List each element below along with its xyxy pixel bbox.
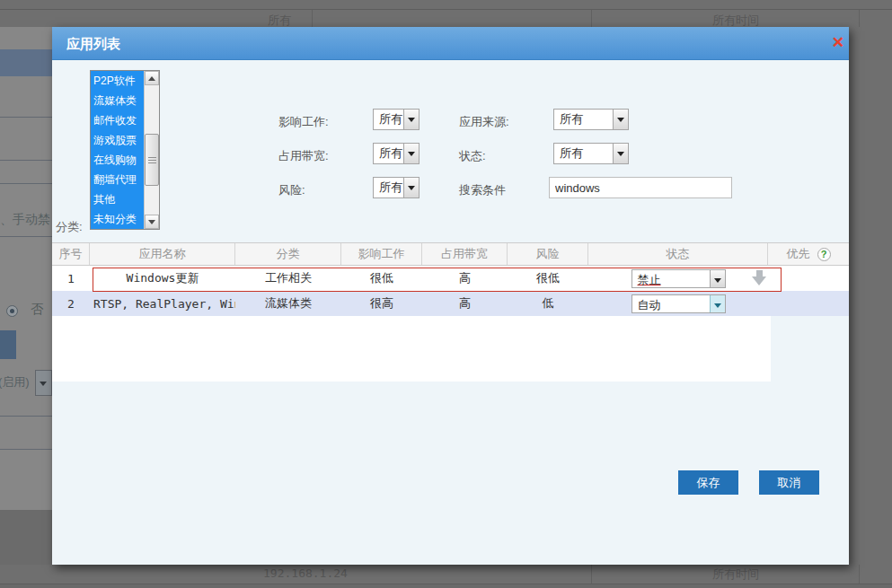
list-item[interactable]: 其他 [91, 189, 144, 209]
bg-column-divider [312, 10, 313, 27]
cell-impact: 很低 [341, 266, 422, 291]
bg-divider [0, 183, 52, 184]
impact-select[interactable]: 所有 [373, 109, 420, 130]
select-value: 所有 [374, 178, 403, 197]
bg-dropdown-button[interactable] [35, 370, 52, 396]
cell-app-name: RTSP, RealPlayer, Wind… [90, 291, 235, 316]
header-index: 序号 [52, 243, 90, 265]
cell-app-name: Windows更新 [90, 266, 235, 291]
header-priority-label: 优先 [787, 246, 810, 262]
cell-category: 流媒体类 [235, 291, 341, 316]
scroll-down-button[interactable] [145, 215, 159, 229]
cell-index: 1 [52, 266, 90, 291]
header-impact: 影响工作 [341, 243, 422, 265]
radio-button[interactable] [6, 305, 18, 317]
select-value: 所有 [374, 110, 403, 129]
table-row[interactable]: 1 Windows更新 工作相关 很低 高 很低 禁止 [52, 266, 849, 291]
bg-divider [0, 236, 52, 237]
header-category: 分类 [235, 243, 341, 265]
arrow-head [752, 276, 766, 285]
chevron-down-icon [613, 144, 628, 163]
bg-left-panel [0, 27, 52, 510]
bg-footer-band [0, 584, 892, 588]
cell-priority [768, 266, 849, 291]
chevron-down-icon [403, 110, 419, 129]
triangle-up-icon [148, 76, 155, 81]
scroll-up-button[interactable] [145, 71, 159, 85]
status-select[interactable]: 所有 [553, 143, 629, 164]
bg-divider [0, 416, 52, 417]
bg-divider [0, 160, 52, 161]
arrow-stem [756, 270, 763, 276]
table-body-area [52, 316, 771, 382]
source-select[interactable]: 所有 [553, 109, 629, 130]
chevron-down-icon [403, 144, 419, 163]
list-item[interactable]: 邮件收发 [91, 110, 144, 130]
close-icon[interactable]: ✕ [832, 34, 844, 52]
bg-column-divider [859, 565, 860, 584]
cancel-button[interactable]: 取消 [759, 470, 819, 495]
dialog-titlebar: 应用列表 ✕ [52, 27, 849, 60]
row-status-select[interactable]: 禁止 [631, 269, 726, 288]
search-label: 搜索条件 [459, 182, 506, 198]
category-listbox[interactable]: P2P软件 流媒体类 邮件收发 游戏股票 在线购物 翻墙代理 其他 未知分类 [90, 70, 160, 230]
risk-label: 风险: [278, 182, 305, 198]
source-label: 应用来源: [459, 114, 509, 130]
bg-divider [0, 117, 52, 118]
chevron-down-icon [40, 382, 47, 386]
list-item[interactable]: 在线购物 [91, 150, 144, 170]
select-value: 所有 [374, 144, 403, 163]
header-status: 状态 [588, 243, 768, 265]
header-app-name: 应用名称 [90, 243, 235, 265]
header-risk: 风险 [508, 243, 588, 265]
priority-down-arrow-icon[interactable] [752, 270, 767, 286]
dialog-title: 应用列表 [66, 27, 120, 60]
help-icon[interactable]: ? [817, 248, 831, 261]
list-item[interactable]: P2P软件 [91, 71, 144, 91]
header-bandwidth: 占用带宽 [422, 243, 508, 265]
cell-risk: 很低 [508, 266, 588, 291]
select-value: 禁止 [632, 270, 710, 287]
list-item[interactable]: 未知分类 [91, 209, 144, 229]
table-row[interactable]: 2 RTSP, RealPlayer, Wind… 流媒体类 很高 高 低 自动 [52, 291, 849, 316]
cell-priority [768, 291, 849, 316]
bg-divider [0, 9, 892, 10]
select-value: 自动 [632, 295, 710, 312]
list-item[interactable]: 流媒体类 [91, 91, 144, 110]
table-header: 序号 应用名称 分类 影响工作 占用带宽 风险 状态 优先 ? [52, 242, 849, 266]
cell-category: 工作相关 [235, 266, 341, 291]
list-item[interactable]: 翻墙代理 [91, 170, 144, 189]
grip-icon [148, 157, 156, 158]
cell-impact: 很高 [341, 291, 422, 316]
cell-risk: 低 [508, 291, 588, 316]
save-button[interactable]: 保存 [678, 470, 738, 495]
chevron-down-icon [710, 270, 725, 287]
list-item[interactable]: 游戏股票 [91, 130, 144, 150]
bg-header-bar [0, 49, 52, 76]
app-list-dialog: 应用列表 ✕ 分类: P2P软件 流媒体类 邮件收发 游戏股票 在线购物 翻墙代… [52, 27, 849, 565]
page: 所有 所有时间 、手动禁 否 (启用) 192.168.1.24 所有时间 应用… [0, 0, 892, 588]
row-status-select[interactable]: 自动 [631, 294, 726, 313]
bg-ip-cell: 192.168.1.24 [263, 566, 348, 580]
bg-text-fragment: 、手动禁 [0, 212, 52, 228]
chevron-down-icon [710, 295, 725, 312]
scrollbar-thumb[interactable] [145, 134, 159, 186]
category-items: P2P软件 流媒体类 邮件收发 游戏股票 在线购物 翻墙代理 其他 未知分类 [91, 71, 144, 229]
cell-status: 自动 [588, 291, 768, 316]
bg-radio-label: 否 [31, 302, 43, 318]
risk-select[interactable]: 所有 [373, 177, 420, 198]
impact-label: 影响工作: [278, 114, 329, 130]
select-value: 所有 [554, 110, 613, 129]
search-input[interactable] [549, 177, 732, 198]
bg-panel-footer [0, 510, 52, 565]
chevron-down-icon [613, 110, 628, 129]
bg-dropdown-value: (启用) [0, 374, 36, 391]
grip-icon [148, 160, 156, 161]
category-label: 分类: [56, 219, 83, 235]
cell-index: 2 [52, 291, 90, 316]
bg-button-fragment[interactable] [0, 330, 16, 359]
bandwidth-select[interactable]: 所有 [373, 143, 420, 164]
bg-column-divider [591, 10, 592, 27]
cell-bandwidth: 高 [422, 266, 508, 291]
listbox-scrollbar[interactable] [144, 71, 159, 229]
